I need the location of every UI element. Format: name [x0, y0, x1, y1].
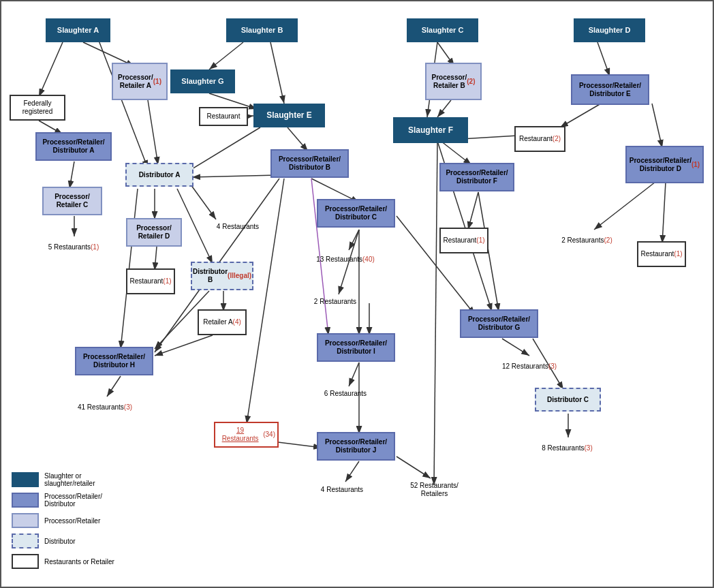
svg-line-33	[247, 179, 284, 424]
legend: Slaughter orslaughter/retailer Processor…	[12, 472, 127, 574]
4-rest-j-node: 4 Restaurants	[308, 480, 376, 499]
12-rest-node: 12 Restaurants(3)	[495, 354, 563, 380]
proc-ret-b2-node: Processor/Retailer B(2)	[425, 63, 482, 100]
19-rest-node: 19 Restaurants(34)	[214, 422, 279, 448]
svg-line-1	[39, 42, 63, 97]
svg-line-37	[441, 141, 471, 165]
legend-slaughter-label: Slaughter orslaughter/retailer	[44, 472, 95, 487]
svg-line-27	[349, 362, 359, 386]
slaughter-f-node: Slaughter F	[393, 117, 468, 143]
slaughter-d-node: Slaughter D	[574, 18, 645, 42]
svg-line-20	[288, 127, 308, 151]
proc-ret-dist-i-node: Processor/Retailer/Distributor I	[317, 333, 395, 362]
svg-line-16	[209, 42, 243, 69]
dist-c-node: Distributor C	[535, 388, 601, 412]
2-rest-d-node: 2 Restaurants(2)	[555, 228, 619, 253]
slaughter-g-node: Slaughter G	[170, 69, 235, 93]
8-rest-node: 8 Restaurants(3)	[535, 435, 600, 461]
slaughter-a-node: Slaughter A	[46, 18, 110, 42]
restaurant-1-f-node: Restaurant(1)	[439, 228, 488, 253]
dist-a-node: Distributor A	[125, 163, 193, 187]
proc-ret-dist-h-node: Processor/Retailer/Distributor H	[75, 347, 153, 375]
2-rest-node: 2 Restaurants	[301, 292, 369, 311]
svg-line-17	[270, 42, 284, 104]
legend-distributor: Distributor	[12, 533, 127, 548]
retailer-a4-node: Retailer A(4)	[198, 309, 247, 335]
legend-restaurant: Restaurants or Retailer	[12, 554, 127, 569]
svg-line-6	[148, 100, 158, 165]
svg-line-30	[345, 461, 359, 482]
svg-line-15	[107, 376, 121, 397]
proc-ret-dist-e-node: Processor/Retailer/Distributor E	[571, 74, 649, 105]
proc-ret-dist-j-node: Processor/Retailer/Distributor J	[317, 432, 395, 461]
svg-line-21	[182, 127, 260, 175]
dist-b-illegal-node: Distributor B(Illegal)	[191, 262, 253, 290]
svg-line-12	[155, 247, 157, 270]
svg-line-36	[437, 100, 451, 117]
legend-distributor-label: Distributor	[44, 538, 76, 545]
legend-proc-ret: Processor/Retailer	[12, 513, 127, 528]
restaurant-2-node: Restaurant(2)	[514, 126, 565, 152]
13-rest-node: 13 Restaurants(40)	[311, 247, 379, 273]
proc-ret-dist-a-node: Processor/Retailer/Distributor A	[35, 132, 112, 161]
svg-line-22	[192, 175, 277, 177]
5-rest-node: 5 Restaurants(1)	[44, 234, 104, 260]
legend-proc-ret-label: Processor/Retailer	[44, 517, 100, 525]
legend-proc-ret-dist: Processor/Retailer/Distributor	[12, 493, 127, 508]
svg-line-48	[594, 182, 655, 230]
proc-ret-dist-d1-node: Processor/Retailer/Distributor D(1)	[625, 146, 704, 183]
svg-line-46	[560, 104, 601, 127]
restaurant-1-e-node: Restaurant(1)	[126, 268, 175, 294]
52-rest-node: 52 Restaurants/Retailers	[399, 477, 470, 503]
svg-line-4	[69, 161, 74, 189]
proc-ret-d-node: Processor/Retailer D	[126, 218, 182, 247]
41-rest-node: 41 Restaurants(3)	[71, 394, 139, 420]
slaughter-b-node: Slaughter B	[226, 18, 298, 42]
legend-slaughter-box	[12, 472, 39, 487]
proc-ret-dist-f-node: Processor/Retailer/Distributor F	[439, 163, 514, 191]
svg-line-51	[434, 141, 437, 485]
svg-line-45	[597, 42, 610, 76]
restaurant-1-d-node: Restaurant(1)	[637, 241, 686, 267]
fed-registered-node: Federallyregistered	[10, 95, 65, 121]
svg-line-39	[468, 192, 478, 230]
legend-proc-ret-dist-label: Processor/Retailer/Distributor	[44, 493, 102, 508]
restaurant-near-g-node: Restaurant	[199, 107, 248, 126]
proc-ret-dist-b-node: Processor/Retailer/Distributor B	[270, 149, 349, 178]
legend-restaurant-box	[12, 554, 39, 569]
svg-line-47	[652, 104, 662, 148]
6-rest-node: 6 Restaurants	[311, 384, 379, 403]
slaughter-c-node: Slaughter C	[407, 18, 478, 42]
proc-ret-dist-g-node: Processor/Retailer/Distributor G	[460, 309, 538, 338]
legend-distributor-box	[12, 533, 39, 548]
diagram-page: Slaughter A Slaughter B Slaughter C Slau…	[0, 0, 714, 588]
slaughter-e-node: Slaughter E	[253, 104, 325, 127]
legend-proc-ret-box	[12, 513, 39, 528]
svg-line-49	[662, 182, 666, 243]
proc-ret-dist-c-node: Processor/Retailer/Distributor C	[317, 199, 395, 228]
svg-line-31	[397, 457, 431, 478]
legend-proc-ret-dist-box	[12, 493, 39, 508]
proc-ret-a-node: Processor/Retailer A(1)	[112, 63, 168, 100]
svg-line-53	[155, 335, 213, 356]
legend-restaurant-label: Restaurants or Retailer	[44, 558, 114, 566]
proc-ret-c-node: Processor/Retailer C	[42, 187, 102, 215]
legend-slaughter: Slaughter orslaughter/retailer	[12, 472, 127, 487]
4-rest-node: 4 Restaurants	[208, 217, 268, 236]
